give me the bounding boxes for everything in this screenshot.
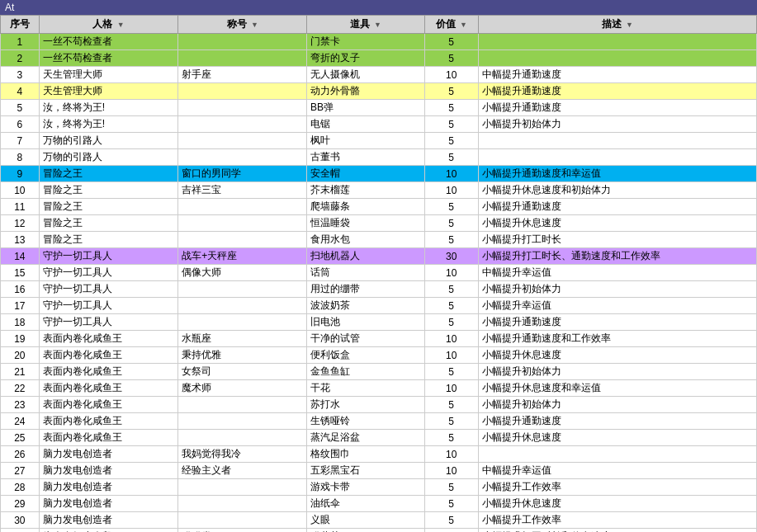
main-table: 序号 人格 ▼ 称号 ▼ 道具 ▼ 价值 ▼ 描述 ▼ 1一 [0,15,757,532]
table-row: 20表面内卷化咸鱼王秉持优雅便利饭盒10小幅提升休息速度 [1,347,757,364]
sort-item-icon: ▼ [374,21,381,29]
table-row: 17守护一切工具人波波奶茶5小幅提升幸运值 [1,298,757,314]
top-bar: At [0,0,757,15]
table-row: 4天生管理大师动力外骨骼5小幅提升通勤速度 [1,83,757,100]
table-row: 6汝，终将为王!电锯5小幅提升初始体力 [1,116,757,133]
table-row: 29脑力发电创造者油纸伞5小幅提升休息速度 [1,496,757,512]
table-row: 1一丝不苟检查者门禁卡5 [1,34,757,50]
table-row: 5汝，终将为王!BB弹5小幅提升通勤速度 [1,100,757,116]
col-header-item[interactable]: 道具 ▼ [307,16,425,34]
table-row: 30脑力发电创造者义眼5小幅提升工作效率 [1,512,757,529]
table-row: 7万物的引路人枫叶5 [1,133,757,149]
table-row: 8万物的引路人古董书5 [1,149,757,166]
table-row: 2一丝不苟检查者弯折的叉子5 [1,50,757,67]
sort-val-icon: ▼ [460,21,467,29]
table-row: 12冒险之王恒温睡袋5小幅提升休息速度 [1,215,757,232]
table-row: 23表面内卷化咸鱼王苏打水5小幅提升初始体力 [1,397,757,413]
table-row: 28脑力发电创造者游戏卡带5小幅提升工作效率 [1,479,757,496]
table-row: 11冒险之王爬墙藤条5小幅提升通勤速度 [1,199,757,215]
header-row: 序号 人格 ▼ 称号 ▼ 道具 ▼ 价值 ▼ 描述 ▼ [1,16,757,34]
col-header-seq[interactable]: 序号 [1,16,40,34]
table-row: 18守护一切工具人旧电池5小幅提升通勤速度 [1,314,757,331]
table-row: 25表面内卷化咸鱼王蒸汽足浴盆5小幅提升休息速度 [1,430,757,446]
top-bar-text: At [5,2,14,13]
table-row: 22表面内卷化咸鱼王魔术师干花10小幅提升休息速度和幸运值 [1,380,757,397]
col-header-val[interactable]: 价值 ▼ [424,16,478,34]
table-row: 24表面内卷化咸鱼王生锈哑铃5小幅提升通勤速度 [1,413,757,430]
table-row: 15守护一切工具人偶像大师话筒10中幅提升幸运值 [1,265,757,281]
table-row: 31为人友好小仓鼠猫猫党猫薄荷10小幅提升打工时长和休息速度 [1,529,757,533]
table-row: 3天生管理大师射手座无人摄像机10中幅提升通勤速度 [1,67,757,83]
sort-desc-icon: ▼ [626,21,633,29]
table-row: 16守护一切工具人用过的绷带5小幅提升初始体力 [1,281,757,298]
table-row: 21表面内卷化咸鱼王女祭司金鱼鱼缸5小幅提升初始体力 [1,364,757,380]
col-header-char[interactable]: 人格 ▼ [39,16,178,34]
col-header-title[interactable]: 称号 ▼ [178,16,307,34]
table-row: 14守护一切工具人战车+天秤座扫地机器人30小幅提升打工时长、通勤速度和工作效率 [1,248,757,265]
sort-title-icon: ▼ [251,21,258,29]
table-row: 27脑力发电创造者经验主义者五彩黑宝石10中幅提升幸运值 [1,463,757,479]
table-row: 13冒险之王食用水包5小幅提升打工时长 [1,232,757,248]
table-row: 26脑力发电创造者我妈觉得我冷格纹围巾10 [1,446,757,463]
sort-char-icon: ▼ [117,21,125,29]
col-header-desc[interactable]: 描述 ▼ [478,16,756,34]
table-row: 10冒险之王吉祥三宝芥末榴莲10小幅提升休息速度和初始体力 [1,182,757,199]
table-row: 19表面内卷化咸鱼王水瓶座干净的试管10小幅提升通勤速度和工作效率 [1,331,757,347]
table-row: 9冒险之王窗口的男同学安全帽10小幅提升通勤速度和幸运值 [1,166,757,182]
